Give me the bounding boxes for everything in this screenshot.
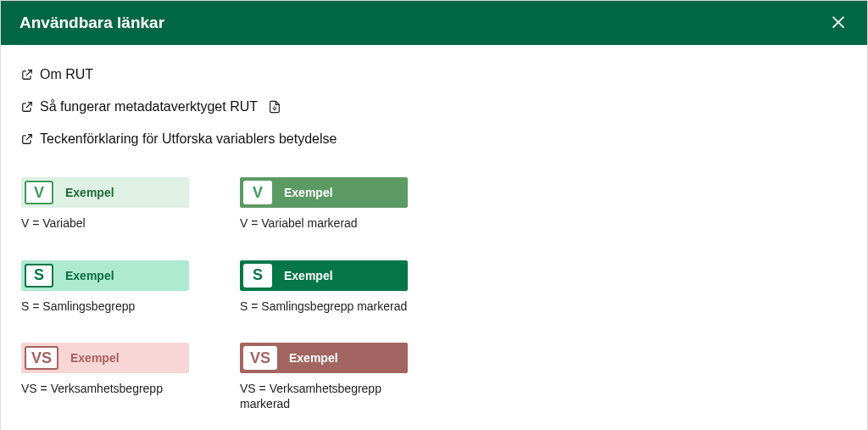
legend-badge: S Exempel <box>21 260 189 291</box>
useful-links-modal: Användbara länkar Om RUT Så fungerar met… <box>0 0 868 430</box>
legend-example-label: Exempel <box>281 343 408 373</box>
legend-example-label: Exempel <box>275 260 408 291</box>
link-om-rut[interactable]: Om RUT <box>40 67 93 82</box>
modal-content: Om RUT Så fungerar metadataverktyget RUT… <box>1 45 867 430</box>
link-teckenforklaring[interactable]: Teckenförklaring för Utforska variablers… <box>40 131 337 147</box>
link-item: Teckenförklaring för Utforska variablers… <box>21 131 847 147</box>
legend-badge: S Exempel <box>240 260 408 291</box>
pdf-file-icon <box>268 99 281 114</box>
legend-example-label: Exempel <box>57 177 189 208</box>
legend-badge: VS Exempel <box>21 343 189 373</box>
legend-caption: S = Samlingsbegrepp markerad <box>240 299 409 315</box>
legend-letter-vs: VS <box>25 346 58 370</box>
legend-badge: VS Exempel <box>240 343 408 373</box>
legend-badge: V Exempel <box>240 177 408 208</box>
modal-title: Användbara länkar <box>19 14 164 32</box>
external-link-icon <box>21 133 33 145</box>
close-button[interactable] <box>828 13 849 33</box>
legend-caption: V = Variabel <box>21 216 191 232</box>
legend-letter-s: S <box>243 264 272 288</box>
legend-caption: VS = Verksamhetsbegrepp markerad <box>240 382 409 411</box>
close-icon <box>829 12 848 35</box>
legend-s-selected: S Exempel S = Samlingsbegrepp markerad <box>240 260 435 315</box>
legend-s-normal: S Exempel S = Samlingsbegrepp <box>21 260 216 315</box>
legend-v-selected: V Exempel V = Variabel markerad <box>240 177 435 232</box>
link-item: Så fungerar metadataverktyget RUT <box>21 99 847 114</box>
legend-vs-normal: VS Exempel VS = Verksamhetsbegrepp <box>21 343 216 411</box>
legend-example-label: Exempel <box>275 177 408 208</box>
legend-caption: VS = Verksamhetsbegrepp <box>21 382 191 397</box>
external-link-icon <box>21 69 33 81</box>
legend-example-label: Exempel <box>57 260 189 291</box>
legend-letter-v: V <box>243 181 272 204</box>
link-metadataverktyget[interactable]: Så fungerar metadataverktyget RUT <box>40 99 258 114</box>
legend-grid: V Exempel V = Variabel V Exempel V = Var… <box>21 177 847 411</box>
modal-header: Användbara länkar <box>1 1 867 45</box>
link-item: Om RUT <box>21 67 847 82</box>
legend-letter-s: S <box>25 264 53 288</box>
legend-vs-selected: VS Exempel VS = Verksamhetsbegrepp marke… <box>240 343 435 411</box>
external-link-icon <box>21 101 33 113</box>
legend-letter-v: V <box>25 181 53 204</box>
legend-v-normal: V Exempel V = Variabel <box>21 177 216 232</box>
legend-badge: V Exempel <box>21 177 189 208</box>
legend-example-label: Exempel <box>62 343 189 373</box>
legend-letter-vs: VS <box>243 346 277 370</box>
legend-caption: V = Variabel markerad <box>240 216 409 232</box>
legend-caption: S = Samlingsbegrepp <box>21 299 191 315</box>
